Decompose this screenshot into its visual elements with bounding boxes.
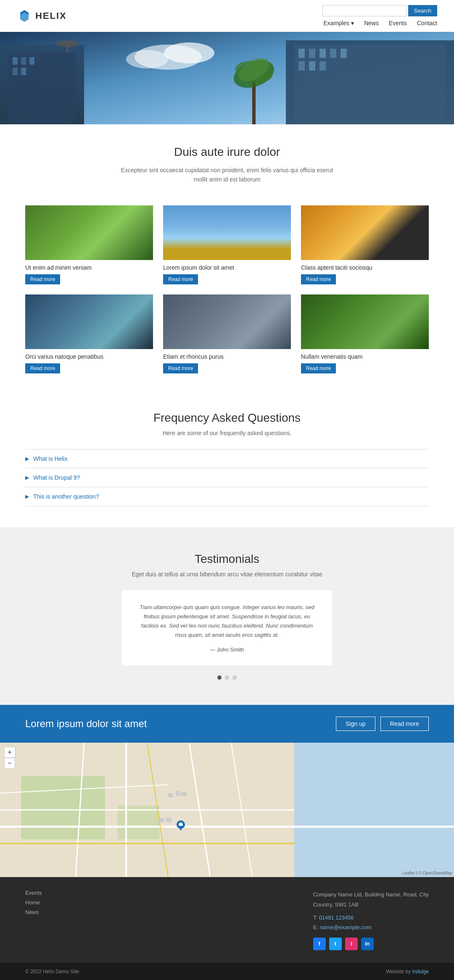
card-readmore-button[interactable]: Read more <box>163 363 198 373</box>
card-title: Nullam venenatis quam <box>301 353 429 360</box>
social-linkedin-icon[interactable]: in <box>361 938 374 950</box>
intro-section: Duis aute irure dolor Excepteur sint occ… <box>0 124 454 197</box>
svg-rect-40 <box>168 793 173 797</box>
search-button[interactable]: Search <box>408 5 437 16</box>
footer-links: EventsHomeNews <box>25 890 42 950</box>
faq-section: Frequency Asked Questions Here are some … <box>0 390 454 527</box>
svg-rect-12 <box>294 45 446 124</box>
faq-arrow-icon: ▶ <box>25 456 29 462</box>
credit-link[interactable]: Indulge <box>412 969 429 975</box>
card-image <box>25 294 153 349</box>
card-title: Class aptent taciti sociosqu <box>301 264 429 271</box>
logo-icon <box>17 8 32 24</box>
readmore-button[interactable]: Read more <box>380 717 429 731</box>
faq-item[interactable]: ▶ What is Helix <box>25 449 429 468</box>
zoom-in-button[interactable]: + <box>4 747 15 758</box>
faq-item[interactable]: ▶ What is Drupal 9? <box>25 468 429 487</box>
nav-examples[interactable]: Examples ▾ <box>323 20 354 26</box>
svg-rect-8 <box>29 57 34 65</box>
svg-rect-13 <box>298 49 305 58</box>
card-readmore-button[interactable]: Read more <box>163 274 198 284</box>
card-item: Nullam venenatis quam Read more <box>301 294 429 373</box>
zoom-out-button[interactable]: − <box>4 758 15 769</box>
map-attribution: Leaflet | © OpenStreetMap <box>402 871 452 875</box>
footer-contact: Company Name Ltd, Building Name, Road, C… <box>313 890 429 950</box>
faq-question[interactable]: What is Helix <box>33 455 68 462</box>
phone-link[interactable]: 01481 123456 <box>319 914 354 921</box>
footer-link[interactable]: Home <box>25 899 42 906</box>
social-twitter-icon[interactable]: t <box>329 938 342 950</box>
footer-bottom: © 2022 Helix Demo Site Website by Indulg… <box>0 963 454 980</box>
social-facebook-icon[interactable]: f <box>313 938 326 950</box>
nav-contact[interactable]: Contact <box>417 20 437 26</box>
site-header: HELIX Search Examples ▾ News Events Cont… <box>0 0 454 32</box>
svg-rect-14 <box>309 49 315 58</box>
faq-question[interactable]: What is Drupal 9? <box>33 474 80 481</box>
svg-rect-44 <box>166 817 172 822</box>
svg-rect-43 <box>160 818 164 822</box>
svg-rect-17 <box>340 49 347 58</box>
search-bar: Search <box>322 5 437 16</box>
svg-rect-15 <box>319 49 326 58</box>
svg-rect-6 <box>13 57 18 65</box>
dot-3[interactable] <box>232 675 237 680</box>
svg-rect-5 <box>8 53 76 124</box>
card-image <box>163 294 291 349</box>
search-input[interactable] <box>322 5 406 16</box>
svg-rect-20 <box>319 61 326 71</box>
svg-rect-42 <box>181 792 187 796</box>
faq-question[interactable]: This is another question? <box>33 493 99 500</box>
map-section: + − Leaflet | © OpenStreetMap <box>0 743 454 877</box>
card-image <box>25 205 153 260</box>
cta-banner: Lorem ipsum dolor sit amet Sign up Read … <box>0 705 454 743</box>
footer-link[interactable]: News <box>25 909 42 915</box>
signup-button[interactable]: Sign up <box>336 717 375 731</box>
intro-title: Duis aute irure dolor <box>17 145 437 159</box>
footer-credit: Website by Indulge <box>386 969 429 975</box>
card-title: Ut enim ad minim veniam <box>25 264 153 271</box>
svg-rect-18 <box>298 61 305 71</box>
card-readmore-button[interactable]: Read more <box>301 363 336 373</box>
logo[interactable]: HELIX <box>17 8 67 24</box>
svg-point-3 <box>126 50 168 68</box>
social-icons: ftiin <box>313 938 429 950</box>
carousel-dots <box>17 675 437 680</box>
card-readmore-button[interactable]: Read more <box>25 363 60 373</box>
card-readmore-button[interactable]: Read more <box>25 274 60 284</box>
intro-subtitle: Excepteur sint occaecat cupidatat non pr… <box>17 166 437 184</box>
email-link[interactable]: name@example.com <box>320 924 372 930</box>
svg-rect-28 <box>294 743 454 877</box>
email-row: E: name@example.com <box>313 922 429 932</box>
card-image <box>163 205 291 260</box>
testimonials-section: Testimonials Eget duis at tellus at urna… <box>0 527 454 705</box>
svg-rect-7 <box>21 57 26 65</box>
faq-list: ▶ What is Helix ▶ What is Drupal 9? ▶ Th… <box>25 449 429 506</box>
card-title: Orci varius natoque penatibus <box>25 353 153 360</box>
card-image <box>301 205 429 260</box>
cta-buttons: Sign up Read more <box>336 717 429 731</box>
faq-arrow-icon: ▶ <box>25 494 29 499</box>
social-instagram-icon[interactable]: i <box>345 938 358 950</box>
svg-rect-10 <box>21 68 26 75</box>
cta-title: Lorem ipsum dolor sit amet <box>25 718 147 730</box>
card-title: Lorem ipsum dolor sit amet <box>163 264 291 271</box>
card-readmore-button[interactable]: Read more <box>301 274 336 284</box>
testimonial-text: Tiam ullamcorper quis quam quis congue. … <box>139 603 315 640</box>
phone-row: T: 01481 123456 <box>313 913 429 922</box>
testimonial-card: Tiam ullamcorper quis quam quis congue. … <box>122 590 332 665</box>
svg-rect-16 <box>330 49 336 58</box>
svg-rect-9 <box>13 68 18 75</box>
footer-link[interactable]: Events <box>25 890 42 896</box>
card-item: Etiam et rhoncus purus Read more <box>163 294 291 373</box>
faq-title: Frequency Asked Questions <box>25 411 429 425</box>
nav-events[interactable]: Events <box>389 20 407 26</box>
dot-1[interactable] <box>217 675 222 680</box>
testimonials-subtitle: Eget duis at tellus at urna bibendum arc… <box>17 571 437 578</box>
card-item: Class aptent taciti sociosqu Read more <box>301 205 429 284</box>
card-item: Ut enim ad minim veniam Read more <box>25 205 153 284</box>
nav-news[interactable]: News <box>364 20 379 26</box>
testimonial-author: — John Smith <box>139 646 315 653</box>
chevron-down-icon: ▾ <box>351 20 354 26</box>
faq-item[interactable]: ▶ This is another question? <box>25 487 429 506</box>
dot-2[interactable] <box>225 675 229 680</box>
